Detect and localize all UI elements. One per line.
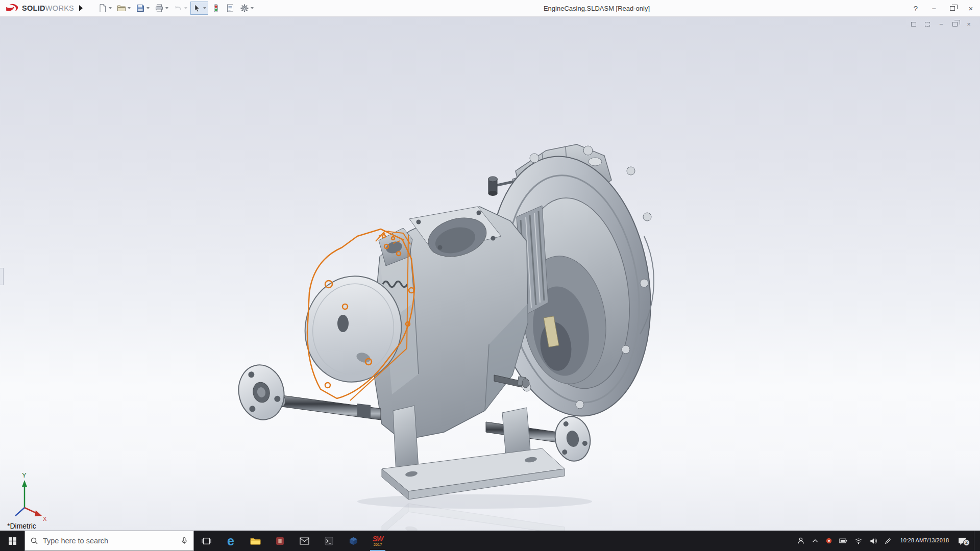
file-explorer-app-icon[interactable] — [243, 531, 267, 551]
taskbar-search[interactable] — [24, 531, 194, 551]
action-center-button[interactable]: 2 — [958, 537, 967, 545]
solidworks-icon: SW 2017 — [373, 535, 383, 547]
solidworks-logo-icon — [5, 3, 19, 13]
menu-expand-arrow[interactable] — [79, 5, 83, 11]
dropdown-caret-icon[interactable] — [184, 7, 187, 9]
cad-cube-app-icon[interactable] — [341, 531, 365, 551]
file-properties-icon — [226, 4, 235, 13]
dropdown-caret-icon[interactable] — [251, 7, 254, 9]
mail-app-icon[interactable] — [292, 531, 316, 551]
cascade-window-icon[interactable] — [922, 19, 933, 29]
engine-casing-model[interactable] — [234, 144, 667, 499]
undo-button[interactable] — [172, 2, 189, 15]
restore-icon — [950, 6, 955, 11]
triad-y-label: Y — [22, 471, 27, 479]
taskbar-clock[interactable]: 10:28 AM 7/13/2018 — [898, 537, 951, 544]
notification-badge: 2 — [963, 539, 970, 546]
solidworks-logo: SOLIDWORKS — [5, 3, 74, 13]
dropdown-caret-icon[interactable] — [109, 7, 112, 9]
new-document-button[interactable] — [96, 2, 114, 15]
new-window-icon[interactable] — [909, 19, 919, 29]
command-prompt-icon — [325, 537, 333, 545]
solidworks-sw-label: SW — [373, 535, 383, 542]
restore-icon — [952, 22, 958, 27]
pen-tray-icon[interactable] — [884, 537, 892, 545]
file-properties-button[interactable] — [224, 2, 237, 15]
cad-cube-icon — [349, 537, 358, 545]
people-icon — [797, 537, 805, 545]
print-button[interactable] — [153, 2, 170, 15]
window-controls: ? − × — [906, 0, 980, 17]
brand-solid: SOLID — [22, 4, 45, 12]
save-button[interactable] — [134, 2, 152, 15]
wifi-tray-icon[interactable] — [854, 537, 863, 545]
battery-tray-icon[interactable] — [839, 537, 848, 544]
file-explorer-icon — [250, 537, 261, 545]
edge-app-icon[interactable]: e — [218, 531, 243, 551]
print-icon — [155, 4, 164, 13]
microphone-icon[interactable] — [180, 537, 188, 545]
rebuild-button[interactable] — [209, 2, 223, 15]
save-floppy-icon — [136, 4, 145, 13]
maroon-app-icon[interactable] — [267, 531, 292, 551]
pen-icon — [884, 537, 892, 545]
select-tool-button[interactable] — [190, 2, 208, 15]
clock-date: 7/13/2018 — [924, 537, 949, 544]
battery-icon — [839, 537, 848, 544]
people-tray-icon[interactable] — [797, 537, 805, 545]
new-document-icon — [98, 4, 107, 13]
minimize-button[interactable]: − — [925, 0, 943, 17]
help-button[interactable]: ? — [906, 0, 925, 17]
volume-tray-icon[interactable] — [869, 537, 877, 545]
taskbar: e — [0, 531, 980, 551]
open-folder-icon — [117, 4, 126, 13]
title-bar: SOLIDWORKS — [0, 0, 980, 17]
options-button[interactable] — [238, 2, 256, 15]
open-document-button[interactable] — [115, 2, 133, 15]
wifi-icon — [854, 537, 863, 545]
brand-works: WORKS — [45, 4, 74, 12]
3d-scene[interactable]: Y X — [0, 17, 980, 531]
system-tray: 10:28 AM 7/13/2018 2 — [797, 531, 980, 551]
task-view-button[interactable] — [194, 531, 218, 551]
view-orientation-label: *Dimetric — [7, 522, 36, 530]
windows-start-icon — [8, 537, 17, 545]
command-prompt-app-icon[interactable] — [316, 531, 341, 551]
search-icon — [30, 537, 38, 545]
hidden-icons-button[interactable] — [812, 537, 819, 544]
chevron-up-icon — [812, 537, 819, 544]
close-button[interactable]: × — [962, 0, 980, 17]
graphics-viewport[interactable]: − × — [0, 17, 980, 531]
start-button[interactable] — [0, 531, 24, 551]
doc-minimize-button[interactable]: − — [936, 19, 946, 29]
document-title: EngineCasing.SLDASM [Read-only] — [275, 0, 919, 17]
dropdown-caret-icon[interactable] — [203, 7, 206, 9]
window-box-icon — [925, 22, 930, 27]
quick-access-toolbar — [96, 2, 256, 15]
status-dot-tray-icon[interactable] — [825, 537, 832, 544]
doc-close-button[interactable]: × — [964, 19, 974, 29]
feature-pane-handle[interactable] — [0, 268, 4, 285]
triad-x-label: X — [43, 516, 47, 522]
mail-icon — [300, 537, 309, 545]
volume-icon — [869, 537, 877, 545]
status-dot-icon — [825, 537, 832, 544]
restore-button[interactable] — [943, 0, 962, 17]
search-input[interactable] — [43, 537, 176, 545]
dropdown-caret-icon[interactable] — [146, 7, 150, 9]
document-window-controls: − × — [909, 19, 974, 29]
show-desktop-button[interactable] — [974, 531, 977, 551]
solidworks-2017-app-icon[interactable]: SW 2017 — [365, 531, 390, 551]
maroon-app-glyph-icon — [276, 537, 284, 545]
clock-time: 10:28 AM — [900, 537, 924, 544]
orientation-triad: Y X — [15, 471, 47, 522]
display-stand[interactable] — [382, 406, 565, 499]
undo-icon — [174, 4, 183, 13]
edge-icon: e — [227, 535, 234, 547]
doc-restore-button[interactable] — [950, 19, 960, 29]
rebuild-traffic-light-icon — [211, 4, 220, 13]
solidworks-year-label: 2017 — [373, 543, 383, 547]
dropdown-caret-icon[interactable] — [128, 7, 131, 9]
dropdown-caret-icon[interactable] — [165, 7, 168, 9]
options-gear-icon — [240, 4, 249, 13]
